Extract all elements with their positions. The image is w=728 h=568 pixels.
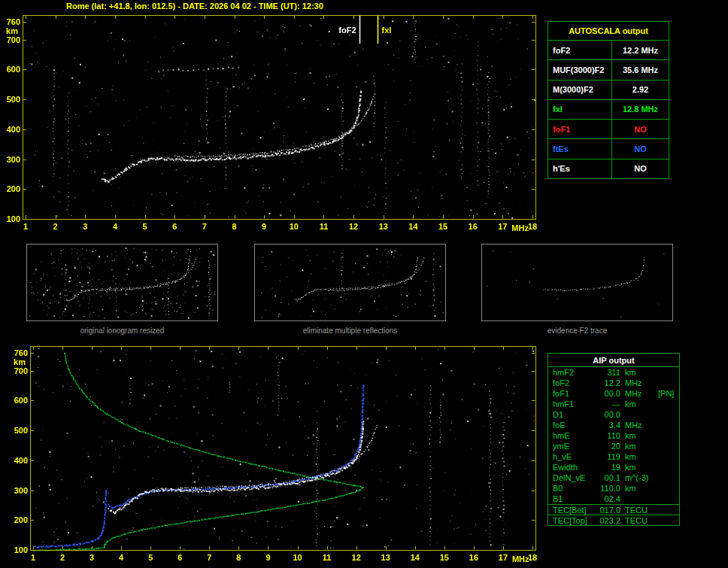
aip-row-hmf2: hmF2311km xyxy=(548,367,679,378)
param-value: 12.8 MHz xyxy=(611,100,669,119)
thumbnail-caption-reflections: eliminate multiple reflections xyxy=(254,327,446,335)
param-value: 3.4 xyxy=(590,421,620,430)
aip-row-foe: foE3.4MHz xyxy=(548,420,679,430)
param-value: 00.0 xyxy=(590,410,620,419)
autoscala-row-h-es: h'EsNO xyxy=(548,159,669,178)
aip-row-tec-top: TEC[Top]023.2TECU xyxy=(548,515,679,525)
aip-row-tec-bot: TEC[Bot]017.0TECU xyxy=(548,505,679,515)
autoscala-row-fof1: foF1NO xyxy=(548,119,669,138)
param-unit: km xyxy=(625,431,655,440)
param-unit: km xyxy=(625,442,655,451)
param-label: M(3000)F2 xyxy=(548,80,611,99)
param-value: NO xyxy=(611,159,669,178)
param-extra: [PN] xyxy=(655,389,679,398)
aip-row-b0: B0110.0km xyxy=(548,483,679,494)
param-label: D1 xyxy=(548,410,590,419)
param-value: 00.0 xyxy=(590,389,620,398)
param-label: ftEs xyxy=(548,139,611,158)
thumbnail-caption-f2: evidence F2 trace xyxy=(481,327,673,335)
param-label: fxI xyxy=(548,100,611,119)
param-label: MUF(3000)F2 xyxy=(548,60,611,79)
aip-row-hmf1: hmF1---km xyxy=(548,399,679,409)
autoscala-row-fxi: fxI12.8 MHz xyxy=(548,99,669,119)
param-label: Ewidth xyxy=(548,463,590,472)
param-label: B1 xyxy=(548,494,590,503)
param-value: NO xyxy=(611,139,669,158)
param-label: foE xyxy=(548,421,590,430)
param-label: foF2 xyxy=(548,378,590,387)
autoscala-row-muf-3000-f2: MUF(3000)F235.6 MHz xyxy=(548,59,669,79)
param-label: h_vE xyxy=(548,452,590,461)
aip-panel-title: AIP output xyxy=(548,354,679,367)
autoscala-row-ftes: ftEsNO xyxy=(548,138,669,158)
param-value: 017.0 xyxy=(590,506,620,515)
thumbnail-f2-trace xyxy=(481,244,673,321)
autoscala-panel-title: AUTOSCALA output xyxy=(548,22,669,40)
param-label: TEC[Bot] xyxy=(548,506,590,515)
ionogram-plot-canvas xyxy=(0,12,544,235)
param-label: DelN_vE xyxy=(548,473,590,482)
profile-plot-canvas xyxy=(0,343,544,568)
param-label: h'Es xyxy=(548,159,611,178)
page-title: Rome (lat: +41.8, lon: 012.5) - DATE: 20… xyxy=(66,2,323,11)
param-label: ymE xyxy=(548,442,590,451)
param-value: 2.92 xyxy=(611,80,669,99)
aip-rows: hmF2311kmfoF212.2MHzfoF100.0MHz[PN]hmF1-… xyxy=(548,367,679,504)
param-value: 12.2 xyxy=(590,378,620,387)
aip-row-fof1: foF100.0MHz[PN] xyxy=(548,388,679,399)
param-value: 35.6 MHz xyxy=(611,60,669,79)
param-value: 119 xyxy=(590,452,620,461)
aip-row-fof2: foF212.2MHz xyxy=(548,378,679,388)
aip-row-yme: ymE20km xyxy=(548,441,679,451)
param-unit: TECU xyxy=(625,516,655,525)
param-label: hmF2 xyxy=(548,368,590,377)
autoscala-row-m-3000-f2: M(3000)F22.92 xyxy=(548,80,669,99)
param-label: foF1 xyxy=(548,120,611,138)
aip-output-panel: AIP output hmF2311kmfoF212.2MHzfoF100.0M… xyxy=(548,353,680,526)
param-value: 110.0 xyxy=(590,484,620,493)
param-unit: MHz xyxy=(625,378,655,387)
aip-tec-rows: TEC[Bot]017.0TECUTEC[Top]023.2TECU xyxy=(548,504,679,525)
thumbnail-caption-original: original ionogram resized xyxy=(26,327,218,335)
autoscala-row-fof2: foF212.2 MHz xyxy=(548,40,669,59)
param-label: hmE xyxy=(548,431,590,440)
thumbnail-no-reflections-canvas xyxy=(255,245,445,320)
param-unit: m^(-3) xyxy=(625,473,655,482)
aip-row-b1: B102.4 xyxy=(548,494,679,504)
aip-row-h-ve: h_vE119km xyxy=(548,451,679,462)
param-label: hmF1 xyxy=(548,399,590,409)
param-unit: km xyxy=(625,399,655,409)
aip-row-ewidth: Ewidth19km xyxy=(548,462,679,472)
thumbnail-original-ionogram xyxy=(26,244,218,321)
aip-row-hme: hmE110km xyxy=(548,430,679,441)
param-value: 20 xyxy=(590,442,620,451)
param-value: 023.2 xyxy=(590,516,620,525)
aip-row-deln-ve: DelN_vE00.1m^(-3) xyxy=(548,472,679,483)
autoscala-output-panel: AUTOSCALA output foF212.2 MHzMUF(3000)F2… xyxy=(548,21,669,179)
param-unit: km xyxy=(625,463,655,472)
param-label: TEC[Top] xyxy=(548,516,590,525)
param-unit: km xyxy=(625,452,655,461)
param-unit: km xyxy=(625,484,655,493)
param-label: foF1 xyxy=(548,389,590,398)
param-value: 110 xyxy=(590,431,620,440)
thumbnail-f2-trace-canvas xyxy=(482,245,672,320)
param-label: foF2 xyxy=(548,41,611,59)
thumbnail-no-reflections xyxy=(254,244,446,321)
param-label: B0 xyxy=(548,484,590,493)
autoscala-rows: foF212.2 MHzMUF(3000)F235.6 MHzM(3000)F2… xyxy=(548,40,669,178)
param-unit: km xyxy=(625,368,655,377)
param-value: --- xyxy=(590,399,620,409)
thumbnail-original-canvas xyxy=(27,245,217,320)
param-unit: MHz xyxy=(625,421,655,430)
param-value: NO xyxy=(611,120,669,138)
param-unit: TECU xyxy=(625,506,655,515)
param-value: 12.2 MHz xyxy=(611,41,669,59)
autoscala-application-window: Rome (lat: +41.8, lon: 012.5) - DATE: 20… xyxy=(0,0,728,568)
param-value: 311 xyxy=(590,368,620,377)
param-unit: MHz xyxy=(625,389,655,398)
aip-row-d1: D100.0 xyxy=(548,409,679,420)
param-value: 00.1 xyxy=(590,473,620,482)
param-value: 19 xyxy=(590,463,620,472)
param-value: 02.4 xyxy=(590,494,620,503)
